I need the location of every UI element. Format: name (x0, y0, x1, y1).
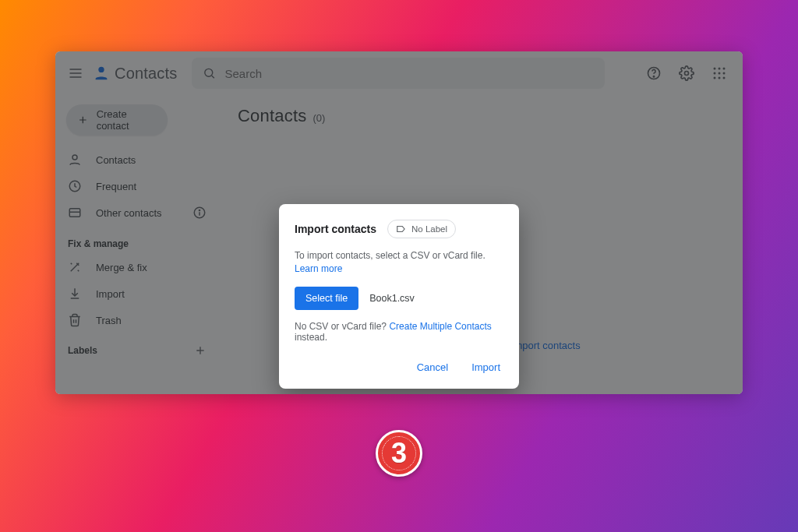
sidebar-item-label: Contacts (96, 154, 136, 166)
page-count: (0) (312, 112, 325, 124)
trash-icon (68, 313, 82, 327)
svg-point-12 (714, 72, 716, 75)
svg-line-5 (211, 76, 214, 78)
sidebar-item-contacts[interactable]: Contacts (55, 146, 219, 173)
wand-icon (68, 260, 82, 274)
sidebar-item-label: Trash (96, 315, 122, 326)
menu-icon[interactable] (66, 65, 85, 81)
fix-manage-section-title: Fix & manage (55, 226, 219, 254)
selected-file-name: Book1.csv (369, 293, 415, 304)
clock-icon (68, 179, 82, 193)
svg-point-13 (719, 72, 721, 75)
download-icon (68, 287, 82, 301)
dialog-title: Import contacts (295, 223, 376, 235)
svg-point-15 (714, 77, 716, 79)
sidebar-item-label: Frequent (96, 181, 136, 192)
no-label-chip[interactable]: No Label (387, 220, 456, 238)
empty-import-label: Import contacts (511, 340, 581, 351)
sidebar-item-frequent[interactable]: Frequent (55, 173, 219, 199)
svg-point-4 (204, 69, 212, 76)
svg-point-11 (723, 68, 726, 70)
svg-point-9 (714, 68, 716, 70)
person-icon (68, 153, 82, 167)
select-file-button[interactable]: Select file (295, 287, 358, 310)
step-number-badge: 3 (376, 430, 422, 477)
svg-point-26 (199, 210, 200, 210)
info-icon[interactable] (192, 206, 207, 220)
contacts-app-window: Contacts Create contact (55, 51, 743, 394)
dialog-instruction: To import contacts, select a CSV or vCar… (295, 249, 503, 276)
create-contact-button[interactable]: Create contact (66, 104, 168, 136)
page-title-row: Contacts (0) (238, 106, 724, 126)
create-multiple-contacts-link[interactable]: Create Multiple Contacts (389, 321, 491, 332)
create-contact-label: Create contact (97, 108, 157, 132)
settings-icon[interactable] (677, 64, 696, 83)
sidebar-item-label: Merge & fix (96, 262, 147, 273)
chip-label: No Label (411, 224, 447, 234)
import-contacts-dialog: Import contacts No Label To import conta… (279, 204, 519, 389)
app-header: Contacts (55, 51, 743, 95)
search-input[interactable] (225, 67, 594, 80)
sidebar-item-label: Other contacts (96, 207, 162, 219)
cancel-button[interactable]: Cancel (414, 357, 451, 378)
labels-section: Labels (55, 333, 219, 357)
sidebar-item-trash[interactable]: Trash (55, 307, 219, 333)
sidebar-item-import[interactable]: Import (55, 280, 219, 307)
app-title: Contacts (115, 65, 178, 83)
inbox-icon (68, 206, 82, 220)
import-button[interactable]: Import (468, 357, 503, 378)
search-icon (203, 66, 216, 80)
add-label-icon[interactable] (194, 344, 207, 357)
sidebar-item-label: Import (96, 288, 125, 300)
sidebar-item-merge-fix[interactable]: Merge & fix (55, 254, 219, 280)
sidebar: Create contact Contacts Frequent Other c… (55, 95, 219, 394)
svg-point-17 (723, 77, 726, 79)
svg-point-10 (719, 68, 721, 70)
svg-point-7 (653, 76, 654, 77)
label-icon (396, 224, 407, 234)
app-logo: Contacts (93, 65, 178, 83)
search-bar[interactable] (192, 58, 605, 89)
labels-title: Labels (68, 345, 97, 356)
help-icon[interactable] (644, 64, 663, 83)
header-actions (644, 64, 732, 83)
step-number: 3 (391, 437, 407, 470)
plus-icon (77, 114, 89, 126)
svg-point-14 (723, 72, 726, 75)
learn-more-link[interactable]: Learn more (295, 263, 342, 274)
page-title: Contacts (238, 106, 306, 126)
svg-point-16 (719, 77, 721, 79)
svg-point-8 (685, 72, 689, 76)
sidebar-item-other-contacts[interactable]: Other contacts (55, 199, 219, 226)
svg-point-3 (98, 67, 104, 72)
fallback-text: No CSV or vCard file? Create Multiple Co… (295, 321, 503, 343)
svg-point-20 (72, 155, 77, 160)
apps-icon[interactable] (710, 64, 729, 83)
